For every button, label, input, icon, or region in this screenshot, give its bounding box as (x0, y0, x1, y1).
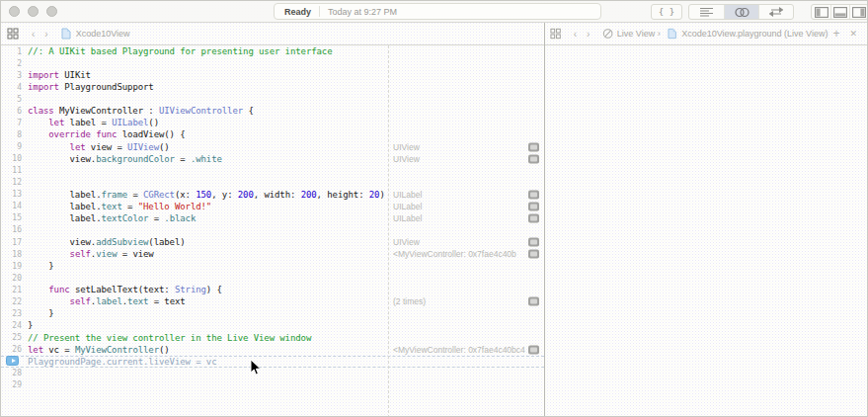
code-text[interactable]: label.text = "Hello World!" (28, 202, 388, 211)
code-row[interactable]: 25// Present the view controller in the … (1, 332, 544, 344)
result-cell: (2 times) (388, 296, 544, 306)
workspace-panel-buttons (811, 4, 868, 20)
run-playground-button[interactable] (6, 356, 19, 366)
status-divider (319, 6, 320, 17)
code-text[interactable]: } (28, 320, 388, 330)
code-text[interactable]: override func loadView() { (28, 129, 388, 139)
forward-button[interactable]: › (582, 29, 594, 40)
back-button[interactable]: ‹ (27, 29, 39, 40)
code-row[interactable]: 17 view.addSubview(label)UIView (1, 236, 544, 248)
code-row[interactable]: 8 override func loadView() { (1, 128, 544, 140)
related-items-icon[interactable] (7, 28, 19, 40)
show-result-button[interactable] (528, 154, 539, 163)
code-text[interactable]: view.addSubview(label) (28, 237, 388, 247)
gutter-play-cell (1, 356, 28, 368)
code-text[interactable]: self.view = view (28, 249, 388, 259)
window-close-button[interactable] (9, 6, 20, 17)
show-result-button[interactable] (528, 190, 539, 199)
line-number: 20 (1, 274, 28, 283)
breadcrumb-live-view[interactable]: Live View › (617, 29, 661, 39)
code-row[interactable]: 21 func setLabelText(text: String) { (1, 284, 544, 295)
show-result-button[interactable] (528, 213, 539, 222)
code-row[interactable]: 4import PlaygroundSupport (1, 81, 544, 93)
activity-viewer: Ready Today at 9:27 PM (274, 3, 601, 20)
back-button[interactable]: ‹ (569, 29, 582, 40)
code-row[interactable]: 9 let view = UIView()UIView (1, 141, 544, 153)
code-text[interactable]: //: A UIKit based Playground for present… (28, 46, 388, 56)
code-row[interactable]: 3import UIKit (1, 69, 544, 81)
code-row[interactable]: 11 (1, 165, 544, 177)
forward-button[interactable]: › (39, 29, 52, 40)
result-cell: UILabel (388, 213, 544, 223)
line-number: 29 (1, 380, 28, 389)
version-editor-button[interactable] (758, 5, 793, 19)
assistant-editor-button[interactable] (724, 5, 758, 19)
show-result-button[interactable] (528, 202, 539, 210)
code-row[interactable]: 12 (1, 177, 544, 189)
left-panel-icon (815, 7, 829, 18)
breadcrumb-playground-file[interactable]: Xcode10View.playground (Live View) (681, 29, 828, 39)
standard-editor-button[interactable] (689, 5, 724, 19)
code-row[interactable]: 10 view.backgroundColor = .whiteUIView (1, 153, 544, 165)
code-row[interactable]: 26let vc = MyViewController()<MyViewCont… (1, 344, 544, 356)
code-row[interactable]: 6class MyViewController : UIViewControll… (1, 105, 544, 117)
show-result-button[interactable] (528, 250, 539, 259)
code-row[interactable]: 5 (1, 93, 544, 105)
code-row[interactable]: 24} (1, 319, 544, 331)
code-row[interactable]: 22 self.label.text = text(2 times) (1, 295, 544, 307)
code-row[interactable]: 1//: A UIKit based Playground for presen… (1, 45, 544, 57)
code-text[interactable]: // Present the view controller in the Li… (28, 333, 388, 343)
code-row[interactable]: 2 (1, 57, 544, 69)
code-text[interactable]: import PlaygroundSupport (28, 82, 388, 92)
code-text[interactable]: } (28, 308, 388, 318)
code-text[interactable]: label.frame = CGRect(x: 150, y: 200, wid… (28, 190, 388, 200)
code-row[interactable]: PlaygroundPage.current.liveView = vc (1, 356, 544, 368)
code-text[interactable]: } (28, 261, 388, 271)
code-text[interactable]: let vc = MyViewController() (28, 345, 388, 355)
source-editor[interactable]: 1//: A UIKit based Playground for presen… (1, 45, 544, 417)
show-result-button[interactable] (528, 238, 539, 247)
code-text[interactable]: self.label.text = text (28, 296, 388, 306)
main-content: 1//: A UIKit based Playground for presen… (1, 45, 868, 417)
code-row[interactable]: 14 label.text = "Hello World!"UILabel (1, 201, 544, 212)
window-zoom-button[interactable] (46, 6, 57, 17)
code-text[interactable]: let view = UIView() (28, 142, 388, 152)
standard-editor-icon (700, 7, 713, 17)
debug-area-button[interactable] (830, 5, 849, 19)
code-row[interactable]: 23 } (1, 307, 544, 319)
breadcrumb-file[interactable]: Xcode10View (76, 29, 130, 39)
code-braces-button[interactable]: { } (651, 4, 682, 20)
code-row[interactable]: 18 self.view = view<MyViewController: 0x… (1, 248, 544, 260)
jump-bars: ‹ › Xcode10View ‹ › (1, 23, 868, 45)
code-row[interactable]: 7 let label = UILabel() (1, 117, 544, 128)
code-row[interactable]: 15 label.textColor = .blackUILabel (1, 212, 544, 224)
code-row[interactable]: 28 (1, 368, 544, 379)
code-row[interactable]: 20 (1, 272, 544, 284)
code-row[interactable]: 19 } (1, 260, 544, 272)
result-text: UILabel (393, 213, 422, 223)
inspectors-panel-button[interactable] (849, 5, 868, 19)
code-row[interactable]: 16 (1, 224, 544, 236)
code-text[interactable]: PlaygroundPage.current.liveView = vc (28, 357, 388, 367)
code-text[interactable]: import UIKit (28, 70, 388, 80)
navigator-panel-button[interactable] (812, 5, 830, 19)
result-text: UIView (393, 154, 420, 164)
code-text[interactable]: class MyViewController : UIViewControlle… (28, 106, 388, 116)
result-text: <MyViewController: 0x7fae4c40b (393, 249, 516, 259)
code-text[interactable]: view.backgroundColor = .white (28, 154, 388, 164)
show-result-button[interactable] (528, 297, 539, 306)
code-text[interactable]: func setLabelText(text: String) { (28, 285, 388, 294)
window-minimize-button[interactable] (28, 6, 39, 17)
code-row[interactable]: 13 label.frame = CGRect(x: 150, y: 200, … (1, 189, 544, 201)
show-result-button[interactable] (528, 142, 539, 151)
show-result-button[interactable] (528, 345, 539, 354)
editor-mode-buttons (688, 4, 794, 20)
add-editor-button[interactable]: + (828, 27, 844, 41)
code-text[interactable]: label.textColor = .black (28, 213, 388, 223)
close-editor-button[interactable]: ✕ (844, 29, 862, 39)
related-items-icon[interactable] (550, 28, 561, 40)
code-row[interactable]: 29 (1, 379, 544, 391)
line-number: 9 (1, 142, 28, 151)
line-number: 4 (1, 83, 28, 92)
code-text[interactable]: let label = UILabel() (28, 118, 388, 127)
